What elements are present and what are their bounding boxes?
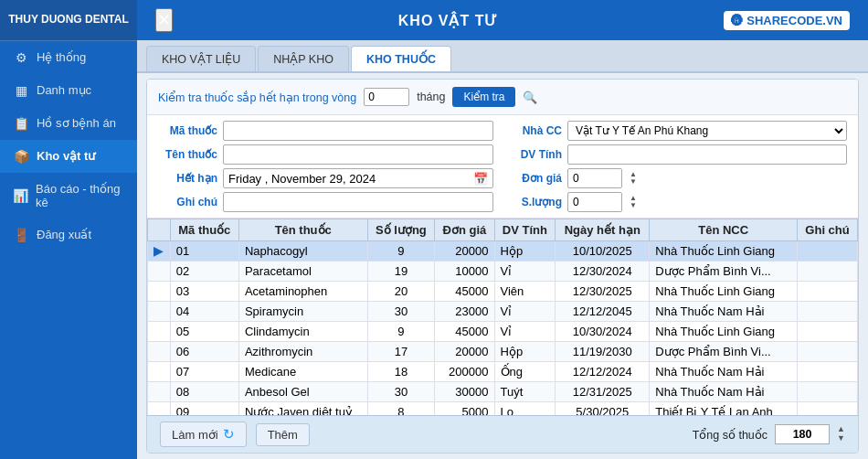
row-ghi-chu xyxy=(798,302,858,322)
table-row[interactable]: 03Acetaminophen2045000Viên12/30/2025Nhà … xyxy=(148,282,858,302)
form-left: Mã thuốc Tên thuốc Hết hạn Friday , Nove… xyxy=(158,121,493,212)
sidebar-item-ho-so[interactable]: 📋 Hồ sơ bệnh án xyxy=(0,107,137,140)
row-ncc: Nhà Thuốc Linh Giang xyxy=(650,322,798,342)
s-luong-down[interactable]: ▼ xyxy=(630,202,637,209)
row-ncc: Nhà Thuốc Nam Hải xyxy=(650,362,798,382)
sidebar-item-label: Báo cáo - thống kê xyxy=(36,182,124,209)
ten-thuoc-input[interactable] xyxy=(223,144,493,165)
kiem-tra-button[interactable]: Kiểm tra xyxy=(452,87,515,107)
bottom-right: Tổng số thuốc 180 ▲ ▼ xyxy=(693,424,845,444)
refresh-icon: ↻ xyxy=(223,426,235,443)
content-area: Kiểm tra thuốc sắp hết hạn trong vòng th… xyxy=(146,79,859,454)
row-sl: 17 xyxy=(367,342,435,362)
s-luong-row: S.lượng ▲▼ xyxy=(512,192,847,212)
row-sl: 30 xyxy=(367,302,435,322)
table-row[interactable]: ▶01Naphacogyl920000Hộp10/10/2025Nhà Thuố… xyxy=(148,241,858,262)
row-sl: 19 xyxy=(367,262,435,282)
sidebar-item-danh-muc[interactable]: ▦ Danh mục xyxy=(0,74,137,107)
table-row[interactable]: 09Nước Javen diệt tuỷ85000Lo5/30/2025Thi… xyxy=(148,402,858,416)
ma-thuoc-label: Mã thuốc xyxy=(158,124,217,137)
row-ma: 07 xyxy=(170,362,238,382)
row-sl: 18 xyxy=(367,362,435,382)
table-row[interactable]: 05Clindamycin945000Vỉ10/30/2024Nhà Thuốc… xyxy=(148,322,858,342)
ghi-chu-input[interactable] xyxy=(223,192,493,212)
col-pointer xyxy=(148,219,171,241)
form-right: Nhà CC Vật Tư Y Tế An Phú Khang DV Tính … xyxy=(512,121,847,212)
table-row[interactable]: 04Spiramycin3023000Vỉ12/12/2045Nhà Thuốc… xyxy=(148,302,858,322)
don-gia-input[interactable] xyxy=(567,168,622,188)
don-gia-down[interactable]: ▼ xyxy=(630,178,637,186)
sidebar-item-bao-cao[interactable]: 📊 Báo cáo - thống kê xyxy=(0,173,137,219)
them-button[interactable]: Thêm xyxy=(256,423,310,446)
sidebar-item-label: Kho vật tư xyxy=(37,149,95,163)
topbar: ✕ KHO VẬT TƯ 🅐 SHARECODE.VN xyxy=(137,0,868,40)
search-months-input[interactable] xyxy=(364,88,409,106)
table-row[interactable]: 08Anbesol Gel3030000Tuýt12/31/2025Nhà Th… xyxy=(148,382,858,402)
row-ten: Acetaminophen xyxy=(238,282,367,302)
table-row[interactable]: 02Paracetamol1910000Vỉ12/30/2024Dược Phẩ… xyxy=(148,262,858,282)
nha-cc-select[interactable]: Vật Tư Y Tế An Phú Khang xyxy=(567,121,847,141)
col-so-luong: Số lượng xyxy=(367,219,435,241)
sidebar-item-label: Đăng xuất xyxy=(37,228,91,241)
tab-kho-vat-lieu[interactable]: KHO VẬT LIỆU xyxy=(146,46,256,71)
sidebar-item-kho-vat-tu[interactable]: 📦 Kho vật tư xyxy=(0,140,137,173)
table-row[interactable]: 07Medicane18200000Ống12/12/2024Nhà Thuốc… xyxy=(148,362,858,382)
tab-kho-thuoc[interactable]: KHO THUỐC xyxy=(351,46,451,71)
row-ncc: Thiết Bị Y Tế Lan Anh xyxy=(650,402,798,416)
search-icon-button[interactable]: 🔍 xyxy=(523,89,537,105)
row-ma: 03 xyxy=(170,282,238,302)
row-pointer-cell xyxy=(148,282,171,302)
row-ngay: 10/10/2025 xyxy=(556,241,650,262)
row-ten: Nước Javen diệt tuỷ xyxy=(238,402,367,416)
table-row[interactable]: 06Azithromycin1720000Hộp11/19/2030Dược P… xyxy=(148,342,858,362)
sidebar: THUY DUONG DENTAL ⚙ Hệ thống ▦ Danh mục … xyxy=(0,0,137,459)
col-dv-tinh: DV Tính xyxy=(494,219,556,241)
dv-tinh-input[interactable] xyxy=(567,144,847,165)
ma-thuoc-input[interactable] xyxy=(223,121,493,141)
sidebar-item-he-thong[interactable]: ⚙ Hệ thống xyxy=(0,41,137,74)
row-ten: Paracetamol xyxy=(238,262,367,282)
row-pointer-cell xyxy=(148,322,171,342)
row-ngay: 10/30/2024 xyxy=(556,322,650,342)
row-pointer-cell xyxy=(148,402,171,416)
total-label: Tổng số thuốc xyxy=(693,428,767,442)
calendar-icon[interactable]: 📅 xyxy=(473,172,488,186)
total-value: 180 xyxy=(775,424,830,444)
row-ten: Clindamycin xyxy=(238,322,367,342)
lam-moi-button[interactable]: Làm mới ↻ xyxy=(160,422,247,447)
row-pointer-cell: ▶ xyxy=(148,241,171,262)
row-dv: Vỉ xyxy=(494,322,556,342)
thuoc-table: Mã thuốc Tên thuốc Số lượng Đơn giá DV T… xyxy=(147,219,858,415)
s-luong-input[interactable] xyxy=(567,192,622,212)
main-area: ✕ KHO VẬT TƯ 🅐 SHARECODE.VN KHO VẬT LIỆU… xyxy=(137,0,868,459)
close-button[interactable]: ✕ xyxy=(155,8,173,32)
row-ghi-chu xyxy=(798,402,858,416)
row-sl: 20 xyxy=(367,282,435,302)
row-ghi-chu xyxy=(798,342,858,362)
ghi-chu-label: Ghi chú xyxy=(158,196,217,208)
search-unit: tháng xyxy=(417,91,445,103)
row-ghi-chu xyxy=(798,362,858,382)
row-dv: Hộp xyxy=(494,241,556,262)
total-down[interactable]: ▼ xyxy=(837,434,845,443)
s-luong-label: S.lượng xyxy=(512,196,562,208)
row-ngay: 11/19/2030 xyxy=(556,342,650,362)
tab-nhap-kho[interactable]: NHẬP KHO xyxy=(258,46,349,71)
row-ncc: Nhà Thuốc Linh Giang xyxy=(650,282,798,302)
ghi-chu-row: Ghi chú xyxy=(158,192,493,212)
ten-thuoc-label: Tên thuốc xyxy=(158,148,217,161)
dv-tinh-label: DV Tính xyxy=(512,148,562,161)
row-dg: 200000 xyxy=(435,362,494,382)
row-ten: Spiramycin xyxy=(238,302,367,322)
row-ma: 06 xyxy=(170,342,238,362)
row-dv: Ống xyxy=(494,362,556,382)
row-ghi-chu xyxy=(798,241,858,262)
search-label: Kiểm tra thuốc sắp hết hạn trong vòng xyxy=(158,91,356,104)
row-dg: 45000 xyxy=(435,322,494,342)
sidebar-item-label: Hệ thống xyxy=(37,50,86,64)
sidebar-item-dang-xuat[interactable]: 🚪 Đăng xuất xyxy=(0,219,137,251)
dv-tinh-row: DV Tính xyxy=(512,144,847,165)
file-icon: 📋 xyxy=(13,116,29,131)
gear-icon: ⚙ xyxy=(13,50,29,65)
row-ghi-chu xyxy=(798,282,858,302)
